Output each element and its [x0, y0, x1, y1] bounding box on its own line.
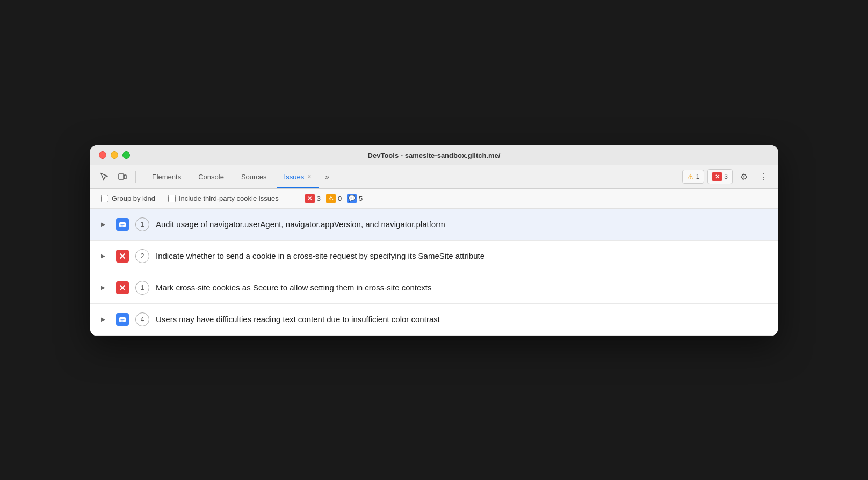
minimize-button[interactable] [111, 151, 118, 159]
third-party-cookie-checkbox[interactable] [168, 195, 176, 202]
issue-icon-2 [116, 250, 129, 263]
issue-text-2: Indicate whether to send a cookie in a c… [156, 250, 767, 261]
toolbar-divider [135, 171, 136, 183]
traffic-lights [99, 151, 130, 159]
issue-row-1[interactable]: ▶ 1 Audit usage of navigator.userAgent, … [90, 209, 778, 241]
tab-sources[interactable]: Sources [234, 165, 274, 188]
expand-icon-2[interactable]: ▶ [101, 253, 110, 259]
warning-count-number: 0 [338, 194, 342, 202]
issue-icon-1 [116, 218, 129, 231]
issue-text-1: Audit usage of navigator.userAgent, navi… [156, 219, 767, 230]
error-badge-button[interactable]: ✕ 3 [707, 169, 733, 184]
devtools-window: DevTools - samesite-sandbox.glitch.me/ E… [90, 145, 778, 336]
issue-count-2: 2 [135, 249, 149, 263]
maximize-button[interactable] [122, 151, 130, 159]
settings-button[interactable]: ⚙ [736, 169, 752, 185]
inspect-element-button[interactable] [97, 169, 112, 184]
tab-elements[interactable]: Elements [144, 165, 189, 188]
error-icon: ✕ [712, 172, 722, 181]
title-bar: DevTools - samesite-sandbox.glitch.me/ [90, 145, 778, 165]
svg-rect-1 [124, 175, 126, 179]
issue-row-4[interactable]: ▶ 4 Users may have difficulties reading … [90, 304, 778, 336]
warning-badge-button[interactable]: ⚠ 1 [682, 170, 705, 184]
info-count-number: 5 [359, 194, 363, 202]
filter-counts: ✕ 3 ⚠ 0 💬 5 [305, 194, 363, 203]
tab-close-icon[interactable]: × [307, 173, 311, 180]
device-toggle-button[interactable] [115, 169, 130, 184]
error-count: 3 [724, 173, 728, 180]
expand-icon-3[interactable]: ▶ [101, 285, 110, 290]
issue-row-3[interactable]: ▶ 1 Mark cross-site cookies as Secure to… [90, 272, 778, 304]
tab-console[interactable]: Console [191, 165, 232, 188]
tab-bar-tools [97, 169, 138, 184]
group-by-kind-label[interactable]: Group by kind [101, 194, 155, 202]
warning-count-badge: ⚠ [326, 194, 336, 203]
filter-divider [292, 193, 292, 204]
third-party-cookie-label[interactable]: Include third-party cookie issues [168, 194, 279, 202]
issues-list: ▶ 1 Audit usage of navigator.userAgent, … [90, 209, 778, 336]
window-title: DevTools - samesite-sandbox.glitch.me/ [368, 151, 501, 159]
expand-icon-1[interactable]: ▶ [101, 221, 110, 227]
error-count-badge: ✕ [305, 194, 315, 203]
issue-text-3: Mark cross-site cookies as Secure to all… [156, 282, 767, 293]
warning-count-item: ⚠ 0 [326, 194, 342, 203]
issue-icon-4 [116, 313, 129, 326]
filter-bar: Group by kind Include third-party cookie… [90, 189, 778, 209]
expand-icon-4[interactable]: ▶ [101, 316, 110, 322]
issue-row-2[interactable]: ▶ 2 Indicate whether to send a cookie in… [90, 241, 778, 272]
svg-rect-0 [119, 174, 124, 179]
issue-count-4: 4 [135, 312, 149, 326]
issue-count-3: 1 [135, 281, 149, 295]
tab-bar: Elements Console Sources Issues × » ⚠ 1 … [90, 165, 778, 189]
info-count-item: 💬 5 [347, 194, 363, 203]
close-button[interactable] [99, 151, 106, 159]
group-by-kind-checkbox[interactable] [101, 195, 108, 202]
error-count-item: ✕ 3 [305, 194, 321, 203]
error-count-number: 3 [317, 194, 321, 202]
tab-issues[interactable]: Issues × [277, 165, 319, 188]
warning-icon: ⚠ [687, 172, 694, 181]
info-count-badge: 💬 [347, 194, 357, 203]
more-tabs-button[interactable]: » [321, 172, 334, 181]
issue-count-1: 1 [135, 217, 149, 231]
tab-bar-right: ⚠ 1 ✕ 3 ⚙ ⋮ [682, 169, 771, 185]
more-options-button[interactable]: ⋮ [755, 169, 771, 185]
warning-count: 1 [696, 173, 700, 180]
issue-text-4: Users may have difficulties reading text… [156, 314, 767, 325]
issue-icon-3 [116, 281, 129, 294]
